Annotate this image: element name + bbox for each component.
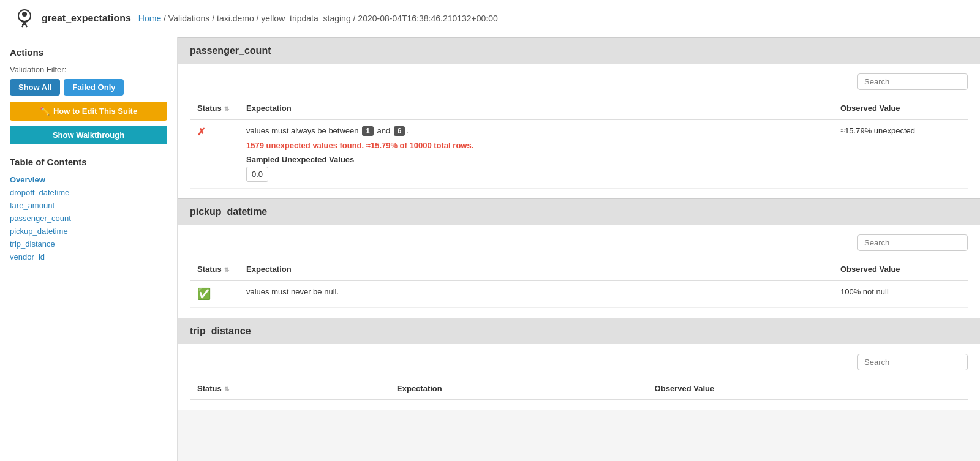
main-layout: Actions Validation Filter: Show All Fail…: [0, 37, 980, 461]
col-header-observed-value: Observed Value: [647, 378, 968, 400]
table-container-trip_distance: Status⇅ExpectationObserved Value: [178, 344, 980, 410]
sampled-value: 0.0: [246, 167, 268, 182]
sort-icon[interactable]: ⇅: [224, 386, 229, 392]
col-header-status: Status⇅: [190, 258, 239, 280]
search-row-pickup_datetime: [190, 234, 968, 251]
show-all-button[interactable]: Show All: [10, 79, 60, 96]
col-header-expectation: Expectation: [239, 258, 833, 280]
sort-icon[interactable]: ⇅: [224, 105, 229, 112]
expectation-cell: values must never be null.: [239, 280, 833, 308]
table-row: ✅values must never be null.100% not null: [190, 280, 968, 308]
sort-icon[interactable]: ⇅: [224, 266, 229, 273]
table-row: ✗values must always be between 1 and 6.1…: [190, 119, 968, 189]
table-container-passenger_count: Status⇅ExpectationObserved Value✗values …: [178, 64, 980, 198]
edit-icon: ✏️: [40, 107, 50, 116]
toc-list: Overviewdropoff_datetimefare_amountpasse…: [10, 173, 167, 263]
breadcrumb: Home / Validations / taxi.demo / yellow_…: [138, 13, 498, 23]
search-input-passenger_count[interactable]: [858, 73, 968, 90]
section-header-pickup_datetime: pickup_datetime: [178, 198, 980, 225]
col-header-observed-value: Observed Value: [833, 258, 968, 280]
logo-icon: [12, 6, 37, 31]
toc-item-passenger-count[interactable]: passenger_count: [10, 212, 167, 225]
filter-buttons: Show All Failed Only: [10, 79, 167, 96]
table-passenger_count: Status⇅ExpectationObserved Value✗values …: [190, 97, 968, 189]
status-cell: ✗: [190, 119, 239, 189]
toc-section: Table of Contents Overviewdropoff_dateti…: [10, 157, 167, 263]
status-cell: ✅: [190, 280, 239, 308]
col-header-expectation: Expectation: [239, 97, 833, 119]
toc-item-dropoff-datetime[interactable]: dropoff_datetime: [10, 186, 167, 199]
sections-container: passenger_countStatus⇅ExpectationObserve…: [178, 37, 980, 410]
badge-min: 1: [362, 126, 374, 136]
error-text: 1579 unexpected values found. ≈15.79% of…: [246, 141, 826, 150]
breadcrumb-path: / Validations / taxi.demo / yellow_tripd…: [164, 13, 498, 23]
logo: great_expectations: [12, 6, 131, 31]
toc-item-vendor-id[interactable]: vendor_id: [10, 250, 167, 263]
fail-icon: ✗: [197, 127, 205, 137]
toc-item-pickup-datetime[interactable]: pickup_datetime: [10, 225, 167, 238]
filter-label: Validation Filter:: [10, 65, 167, 74]
search-row-trip_distance: [190, 354, 968, 370]
badge-max: 6: [394, 126, 405, 136]
search-input-trip_distance[interactable]: [858, 354, 968, 370]
logo-text: great_expectations: [42, 13, 131, 24]
edit-suite-label: How to Edit This Suite: [53, 107, 137, 116]
table-trip_distance: Status⇅ExpectationObserved Value: [190, 378, 968, 400]
section-header-trip_distance: trip_distance: [178, 318, 980, 344]
toc-item-Overview[interactable]: Overview: [10, 173, 167, 186]
main-content: passenger_countStatus⇅ExpectationObserve…: [178, 37, 980, 461]
search-input-pickup_datetime[interactable]: [858, 234, 968, 251]
table-container-pickup_datetime: Status⇅ExpectationObserved Value✅values …: [178, 225, 980, 318]
breadcrumb-home[interactable]: Home: [138, 13, 161, 23]
sampled-label: Sampled Unexpected Values: [246, 155, 826, 164]
expectation-text: values must always be between 1 and 6.: [246, 126, 826, 136]
search-row-passenger_count: [190, 73, 968, 90]
failed-only-button[interactable]: Failed Only: [64, 79, 124, 96]
col-header-status: Status⇅: [190, 97, 239, 119]
expectation-cell: values must always be between 1 and 6.15…: [239, 119, 833, 189]
col-header-expectation: Expectation: [390, 378, 647, 400]
sidebar: Actions Validation Filter: Show All Fail…: [0, 37, 178, 461]
toc-item-fare-amount[interactable]: fare_amount: [10, 199, 167, 212]
observed-value-cell: ≈15.79% unexpected: [833, 119, 968, 189]
pass-icon: ✅: [197, 288, 211, 300]
toc-item-trip-distance[interactable]: trip_distance: [10, 238, 167, 250]
edit-suite-button[interactable]: ✏️ How to Edit This Suite: [10, 102, 167, 121]
toc-title: Table of Contents: [10, 157, 167, 167]
section-header-passenger_count: passenger_count: [178, 37, 980, 64]
col-header-status: Status⇅: [190, 378, 390, 400]
expectation-text: values must never be null.: [246, 287, 826, 296]
table-pickup_datetime: Status⇅ExpectationObserved Value✅values …: [190, 258, 968, 308]
actions-section: Actions Validation Filter: Show All Fail…: [10, 47, 167, 144]
svg-point-1: [22, 12, 27, 17]
observed-value-cell: 100% not null: [833, 280, 968, 308]
walkthrough-button[interactable]: Show Walkthrough: [10, 126, 167, 144]
actions-title: Actions: [10, 47, 167, 58]
col-header-observed-value: Observed Value: [833, 97, 968, 119]
page-header: great_expectations Home / Validations / …: [0, 0, 980, 37]
